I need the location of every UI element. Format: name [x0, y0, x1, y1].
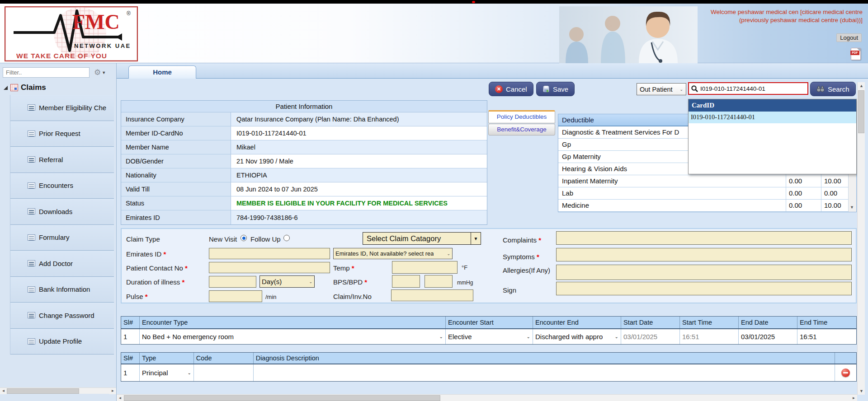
- follow-up-radio[interactable]: [283, 235, 290, 241]
- diagnosis-type-select[interactable]: Principal⌄: [142, 369, 191, 377]
- filter-input[interactable]: [3, 67, 90, 78]
- claim-type-label: Claim Type: [126, 235, 160, 243]
- form-icon: [28, 156, 35, 163]
- welcome-message: Welcome peshawar medical cen [citicare m…: [692, 8, 863, 24]
- scroll-right-icon[interactable]: ►: [109, 388, 116, 394]
- sidebar-item-downloads[interactable]: Downloads: [10, 199, 114, 225]
- sidebar-group-claims[interactable]: Claims: [4, 83, 46, 92]
- emirates-reason-select[interactable]: Emirates ID, Not available? select rea ⌄: [333, 248, 453, 259]
- scroll-down-icon[interactable]: ▼: [850, 205, 854, 210]
- cardid-dropdown-option[interactable]: I019-010-117241440-01: [689, 112, 856, 123]
- sidebar-menu: Member Eligibility Che Prior Request Ref…: [10, 95, 114, 354]
- main-horizontal-scrollbar[interactable]: ◄ ►: [117, 394, 857, 401]
- allergies-label: Allergies(If Any): [503, 266, 553, 275]
- sidebar-item-member-eligibility[interactable]: Member Eligibility Che: [10, 95, 114, 121]
- table-row: DOB/Gender21 Nov 1990 / Male: [121, 154, 487, 168]
- start-date-field[interactable]: 03/01/2025: [621, 329, 680, 344]
- emirates-id-label: Emirates ID *: [126, 250, 166, 258]
- complaints-input[interactable]: [556, 231, 852, 245]
- chevron-down-icon: ⌄: [309, 280, 312, 284]
- claim-inv-input[interactable]: [391, 289, 473, 301]
- patient-contact-label: Patient Contact No *: [126, 264, 188, 272]
- arrow-head: [116, 33, 122, 41]
- symptoms-input[interactable]: [556, 248, 852, 261]
- end-time-field[interactable]: 16:51: [797, 329, 856, 344]
- logout-link[interactable]: Logout: [836, 33, 862, 42]
- cardid-dropdown: CardID I019-010-117241440-01: [688, 99, 857, 174]
- sidebar-item-prior-request[interactable]: Prior Request: [10, 121, 114, 147]
- diagnosis-row: 1 Principal⌄: [121, 364, 856, 381]
- scrollbar-thumb[interactable]: [858, 90, 864, 133]
- encounter-start-select[interactable]: Elective⌄: [448, 333, 530, 340]
- tab-benefit-coverage[interactable]: Benefit&Coverage: [488, 124, 555, 135]
- duration-unit-select[interactable]: Day(s) ⌄: [259, 275, 315, 288]
- card-search-input[interactable]: [700, 85, 800, 92]
- follow-up-label: Follow Up: [250, 235, 281, 243]
- table-row: NationalityETHIOPIA: [121, 168, 487, 182]
- sidebar-horizontal-scrollbar[interactable]: ◄ ►: [0, 387, 116, 394]
- scroll-up-icon[interactable]: ▲: [858, 82, 865, 89]
- allergies-input[interactable]: [556, 265, 852, 280]
- chevron-down-icon: ▼: [102, 70, 106, 75]
- save-button[interactable]: Save: [536, 82, 575, 96]
- scroll-left-icon[interactable]: ◄: [0, 388, 7, 394]
- form-icon: [28, 312, 35, 318]
- sidebar-item-formulary[interactable]: Formulary: [10, 225, 114, 251]
- sign-input[interactable]: [556, 282, 852, 295]
- new-visit-radio[interactable]: [241, 235, 247, 241]
- form-icon: [28, 208, 35, 214]
- tab-policy-deductibles[interactable]: Policy Deductibles: [488, 110, 555, 123]
- scrollbar-thumb[interactable]: [7, 388, 79, 394]
- scroll-left-icon[interactable]: ◄: [117, 395, 123, 401]
- start-time-field[interactable]: 16:51: [680, 329, 739, 344]
- duration-input[interactable]: [209, 276, 256, 288]
- diagnosis-description-cell[interactable]: [254, 364, 835, 381]
- scroll-down-icon[interactable]: ▼: [858, 387, 865, 395]
- app-header: FMC ® NETWORK UAE WE TAKE CARE OF YOU: [0, 4, 868, 63]
- sidebar-item-update-profile[interactable]: Update Profile: [10, 329, 114, 355]
- bps-input[interactable]: [392, 275, 420, 288]
- claims-group-label: Claims: [21, 83, 46, 92]
- chevron-down-icon: ⌄: [679, 87, 683, 92]
- patient-information-title: Patient Information: [121, 101, 487, 112]
- cancel-button[interactable]: ✕ Cancel: [489, 82, 533, 96]
- card-search-box[interactable]: [688, 82, 808, 95]
- claim-category-select[interactable]: Select Claim Catagory ▼: [363, 232, 481, 245]
- encounter-row: 1 No Bed + No emergency room⌄ Elective⌄ …: [121, 329, 856, 344]
- top-black-bar: [0, 0, 868, 4]
- scrollbar-thumb[interactable]: [124, 395, 440, 401]
- bp-unit: mmHg: [457, 280, 473, 286]
- tree-expand-icon[interactable]: [4, 86, 8, 90]
- encounter-end-select[interactable]: Discharged with appro⌄: [535, 333, 618, 340]
- encounter-type-select[interactable]: No Bed + No emergency room⌄: [142, 333, 443, 340]
- doctor-photo: [559, 6, 698, 63]
- sidebar-item-referral[interactable]: Referral: [10, 147, 114, 173]
- patient-contact-input[interactable]: [209, 262, 330, 273]
- end-date-field[interactable]: 03/01/2025: [739, 329, 797, 344]
- scroll-right-icon[interactable]: ►: [850, 395, 857, 401]
- form-icon: [28, 182, 35, 189]
- recording-dot: [472, 1, 475, 3]
- sidebar-item-change-password[interactable]: Change Password: [10, 303, 114, 329]
- form-icon: [28, 234, 35, 241]
- chevron-down-icon: ⌄: [439, 334, 443, 339]
- eligibility-status: MEMBER IS ELIGIBLE IN YOUR FACILITY FOR …: [231, 196, 487, 210]
- remove-row-icon[interactable]: [841, 368, 850, 377]
- emirates-id-input[interactable]: [209, 248, 330, 259]
- diagnosis-code-cell[interactable]: [194, 364, 254, 381]
- pdf-icon[interactable]: PDF: [851, 48, 861, 60]
- sidebar-item-bank-information[interactable]: Bank Information: [10, 277, 114, 303]
- settings-menu-button[interactable]: ⚙▼: [94, 67, 112, 78]
- pulse-input[interactable]: [209, 290, 262, 302]
- patient-type-select[interactable]: Out Patient ⌄: [637, 83, 686, 95]
- bpd-input[interactable]: [425, 275, 453, 288]
- temp-input[interactable]: [392, 261, 458, 274]
- search-button[interactable]: Search: [810, 82, 856, 96]
- sidebar-item-add-doctor[interactable]: Add Doctor: [10, 251, 114, 277]
- sign-label: Sign: [503, 286, 516, 294]
- main-content: Home ✕ Cancel Save Out Patient ⌄ Search: [117, 63, 868, 401]
- sidebar-item-encounters[interactable]: Encounters: [10, 173, 114, 199]
- main-vertical-scrollbar[interactable]: ▲ ▼: [857, 82, 865, 395]
- tab-home[interactable]: Home: [128, 65, 196, 79]
- new-visit-label: New Visit: [209, 235, 237, 243]
